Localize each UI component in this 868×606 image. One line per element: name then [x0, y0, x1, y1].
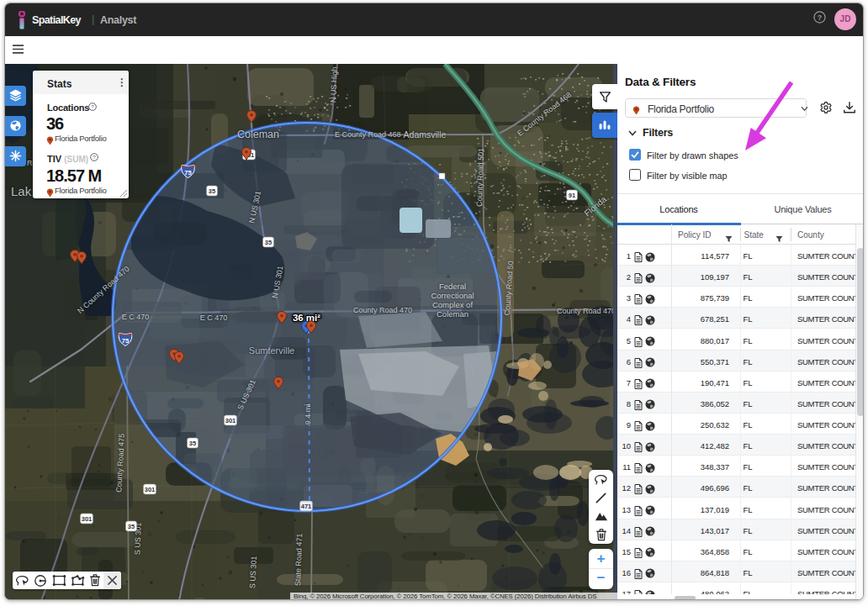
svg-text:301: 301 [145, 486, 156, 493]
svg-text:E County Road 468: E County Road 468 [335, 130, 401, 139]
svg-text:35: 35 [209, 187, 215, 195]
svg-text:Lak: Lak [11, 184, 32, 198]
svg-text:Sumterville: Sumterville [249, 345, 294, 356]
svg-text:?: ? [91, 103, 94, 109]
svg-text:9.4 mi: 9.4 mi [304, 404, 312, 425]
svg-text:County Road 470: County Road 470 [557, 307, 616, 315]
svg-text:75: 75 [122, 337, 129, 345]
svg-text:?: ? [818, 13, 822, 22]
svg-text:Coleman: Coleman [237, 129, 279, 140]
svg-text:Federal: Federal [439, 282, 466, 291]
svg-text:35: 35 [189, 440, 196, 447]
svg-text:91: 91 [569, 192, 575, 199]
svg-text:E C 470: E C 470 [122, 313, 150, 321]
svg-text:County Road 470: County Road 470 [353, 306, 412, 314]
svg-text:Correctional: Correctional [431, 291, 474, 300]
svg-text:S US 301: S US 301 [248, 556, 258, 588]
svg-text:E C 470: E C 470 [200, 314, 228, 322]
svg-text:N US High: N US High [329, 66, 338, 103]
svg-text:35: 35 [128, 523, 135, 530]
svg-text:Adamsville: Adamsville [404, 129, 447, 140]
svg-text:471: 471 [301, 503, 312, 510]
svg-text:Complex of: Complex of [432, 300, 473, 309]
svg-text:301: 301 [82, 515, 93, 523]
svg-text:Coleman: Coleman [437, 309, 468, 319]
svg-text:36 mi²: 36 mi² [293, 313, 320, 323]
svg-text:?: ? [93, 154, 96, 160]
svg-text:35: 35 [265, 239, 272, 246]
svg-text:301: 301 [225, 417, 236, 424]
svg-text:75: 75 [184, 169, 191, 177]
